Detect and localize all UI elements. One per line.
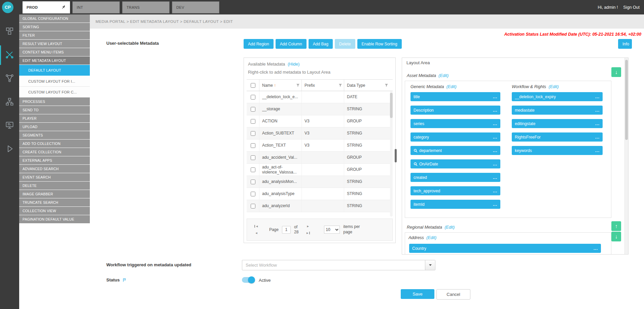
add-column-button[interactable]: Add Column bbox=[276, 39, 307, 49]
tab-int[interactable]: INT bbox=[72, 1, 120, 13]
table-row-action[interactable]: ACTIONV3GROUP bbox=[247, 115, 390, 127]
sidebar-item-truncate-search[interactable]: TRUNCATE SEARCH bbox=[19, 198, 90, 206]
layout-scrollbar[interactable] bbox=[624, 58, 628, 254]
next-page-button[interactable]: ► bbox=[307, 225, 310, 228]
sidebar-item-custom-layout-for-i[interactable]: CUSTOM LAYOUT FOR I... bbox=[19, 76, 90, 87]
chip-deletion-lock-expiry[interactable]: __deletion_lock_expiry... bbox=[512, 92, 603, 101]
select-all-checkbox[interactable] bbox=[251, 83, 255, 88]
chip-rightsfreefor[interactable]: RightsFreeFor... bbox=[512, 132, 603, 142]
chip-tech-approved[interactable]: tech_approved... bbox=[410, 186, 500, 195]
sidebar-item-add-to-collection[interactable]: ADD TO COLLECTION bbox=[19, 140, 90, 148]
chip-created[interactable]: created... bbox=[410, 173, 500, 182]
sidebar-item-delete[interactable]: DELETE bbox=[19, 182, 90, 190]
panel-splitter-handle[interactable] bbox=[395, 149, 397, 162]
address-edit-link[interactable]: (Edit) bbox=[426, 235, 436, 240]
sidebar-item-player[interactable]: PLAYER bbox=[19, 114, 90, 122]
table-row-adu-analysismon[interactable]: adu_analysisMon...STRING bbox=[247, 176, 390, 188]
table-row-adu-accident-val[interactable]: adu_accident_Val...GROUP bbox=[247, 152, 390, 164]
enable-row-sorting-button[interactable]: Enable Row Sorting bbox=[357, 39, 402, 49]
app-logo[interactable]: CP bbox=[2, 2, 13, 13]
sidebar-item-upload[interactable]: UPLOAD bbox=[19, 123, 90, 131]
page-number-input[interactable] bbox=[282, 226, 291, 234]
layout-scrollbar-thumb[interactable] bbox=[625, 60, 628, 140]
table-row-adu-analyzerid[interactable]: adu_analyzerIdSTRING bbox=[247, 200, 390, 212]
chip-onairdate[interactable]: OnAirDate... bbox=[410, 159, 500, 168]
table-row-action-text[interactable]: Action_TEXTV3STRING bbox=[247, 140, 390, 152]
chip-keywords[interactable]: keywords... bbox=[512, 146, 603, 155]
row-checkbox[interactable] bbox=[251, 143, 255, 148]
dropdown-arrow-icon[interactable] bbox=[425, 260, 435, 270]
rail-item-processes[interactable] bbox=[0, 69, 19, 88]
tab-prod[interactable]: PROD bbox=[23, 1, 70, 13]
add-region-button[interactable]: Add Region bbox=[244, 39, 274, 49]
chip-itemid[interactable]: itemId... bbox=[410, 200, 500, 209]
chip-mediastate[interactable]: mediastate... bbox=[512, 106, 603, 115]
page-size-select[interactable]: 10 bbox=[324, 226, 340, 234]
table-row-adu-analysistype[interactable]: adu_analysisTypeSTRING bbox=[247, 188, 390, 200]
grid-scrollbar[interactable] bbox=[390, 91, 393, 217]
last-page-button[interactable]: ► bbox=[306, 232, 310, 235]
sidebar-item-external-apps[interactable]: EXTERNAL APPS bbox=[19, 156, 90, 164]
move-region-down-button[interactable]: ↓ bbox=[611, 67, 621, 77]
row-checkbox[interactable] bbox=[251, 155, 255, 160]
chip-country[interactable]: Country... bbox=[409, 244, 601, 253]
sidebar-item-advanced-search[interactable]: ADVANCED SEARCH bbox=[19, 165, 90, 173]
row-checkbox[interactable] bbox=[251, 131, 255, 136]
filter-icon-prefix[interactable] bbox=[338, 83, 342, 87]
move-region-down-button-2[interactable]: ↓ bbox=[611, 232, 621, 241]
generic-edit-link[interactable]: (Edit) bbox=[446, 84, 457, 89]
tab-trans[interactable]: TRANS bbox=[122, 1, 170, 13]
rail-item-admin-tools[interactable] bbox=[0, 45, 19, 65]
first-page-button[interactable]: ◄ bbox=[254, 225, 258, 228]
sidebar-item-edit-metadata-layout[interactable]: EDIT METADATA LAYOUT bbox=[19, 56, 90, 65]
move-region-up-button[interactable]: ↑ bbox=[611, 221, 621, 231]
row-checkbox[interactable] bbox=[251, 119, 255, 124]
asset-edit-link[interactable]: (Edit) bbox=[438, 73, 449, 78]
sidebar-item-custom-layout-for-c[interactable]: CUSTOM LAYOUT FOR C... bbox=[19, 87, 90, 98]
sidebar-item-create-collection[interactable]: CREATE COLLECTION bbox=[19, 148, 90, 156]
chip-departement[interactable]: departement... bbox=[410, 146, 500, 155]
sidebar-item-sorting[interactable]: SORTING bbox=[19, 23, 90, 31]
workflow-select[interactable]: Select Workflow bbox=[242, 260, 435, 270]
rail-item-assets[interactable] bbox=[0, 22, 19, 41]
chip-title[interactable]: title... bbox=[410, 92, 500, 101]
row-checkbox[interactable] bbox=[251, 167, 255, 172]
row-checkbox[interactable] bbox=[251, 107, 255, 112]
prev-page-button[interactable]: ◄ bbox=[255, 232, 258, 235]
chip-editingstate[interactable]: editingstate... bbox=[512, 119, 603, 128]
sidebar-item-filter[interactable]: FILTER bbox=[19, 31, 90, 39]
column-header-name[interactable]: Name ↑ bbox=[259, 80, 301, 91]
table-row-action-subtext[interactable]: Action_SUBTEXTV3STRING bbox=[247, 127, 390, 140]
rail-item-player[interactable] bbox=[0, 140, 19, 159]
chip-series[interactable]: series... bbox=[410, 119, 500, 128]
save-button[interactable]: Save bbox=[401, 289, 434, 299]
chip-category[interactable]: category... bbox=[410, 132, 500, 142]
cancel-button[interactable]: Cancel bbox=[436, 289, 470, 300]
filter-icon-datatype[interactable] bbox=[385, 83, 388, 87]
sidebar-item-default-layout[interactable]: DEFAULT LAYOUT bbox=[19, 65, 90, 76]
rail-item-apps[interactable] bbox=[0, 116, 19, 136]
sign-out-link[interactable]: Sign Out bbox=[623, 5, 640, 10]
sidebar-item-context-menu-items[interactable]: CONTEXT MENU ITEMS bbox=[19, 48, 90, 56]
row-checkbox[interactable] bbox=[251, 192, 255, 196]
sidebar-item-segments[interactable]: SEGMENTS bbox=[19, 131, 90, 139]
regional-edit-link[interactable]: (Edit) bbox=[444, 225, 455, 230]
table-row-deletion-lock-e[interactable]: __deletion_lock_e...DATE bbox=[247, 91, 390, 103]
info-button[interactable]: Info bbox=[618, 39, 632, 49]
table-row-storage[interactable]: __storageSTRING bbox=[247, 103, 390, 115]
column-header-datatype[interactable]: Data Type bbox=[344, 80, 390, 91]
sidebar-item-image-grabber[interactable]: IMAGE GRABBER bbox=[19, 190, 90, 198]
column-header-prefix[interactable]: Prefix bbox=[301, 80, 344, 91]
table-row-adu-act-of-violence-valossa[interactable]: adu_act-of-violence_Valossa...GROUP bbox=[247, 164, 390, 176]
row-checkbox[interactable] bbox=[251, 95, 255, 100]
sidebar-item-event-search[interactable]: EVENT SEARCH bbox=[19, 173, 90, 181]
delete-button[interactable]: Delete bbox=[335, 39, 355, 49]
sidebar-item-result-view-layout[interactable]: RESULT VIEW LAYOUT bbox=[19, 40, 90, 48]
sidebar-item-processes[interactable]: PROCESSES bbox=[19, 98, 90, 106]
sidebar-item-send-to[interactable]: SEND TO bbox=[19, 106, 90, 114]
status-toggle[interactable] bbox=[242, 277, 255, 283]
chip-description[interactable]: Description... bbox=[410, 106, 500, 115]
row-checkbox[interactable] bbox=[251, 180, 255, 184]
grid-scrollbar-thumb[interactable] bbox=[390, 93, 393, 118]
rail-item-organization[interactable] bbox=[0, 92, 19, 112]
